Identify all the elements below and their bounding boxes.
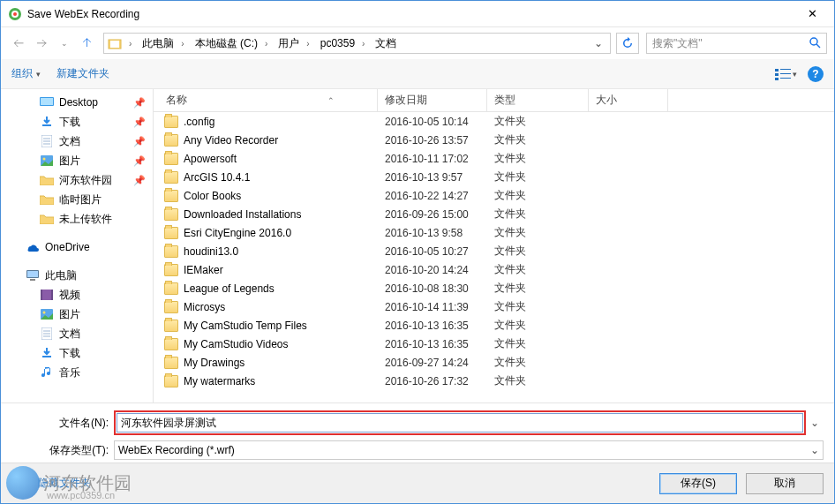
filename-input[interactable]	[117, 413, 803, 433]
folder-icon	[164, 357, 178, 369]
sidebar-item[interactable]: 文档📌	[1, 132, 153, 151]
file-row[interactable]: My Drawings2016-09-27 14:24文件夹	[154, 353, 834, 372]
desktop-icon	[40, 95, 54, 109]
hide-folders-link[interactable]: 隐藏文件夹	[38, 476, 91, 491]
file-list: 名称⌃ 修改日期 类型 大小 .config2016-10-05 10:14文件…	[154, 89, 834, 402]
nav-recent-button[interactable]: ⌄	[54, 33, 75, 54]
file-row[interactable]: Microsys2016-10-14 11:39文件夹	[154, 297, 834, 316]
sidebar-item[interactable]: 河东软件园📌	[1, 170, 153, 190]
column-header-name[interactable]: 名称⌃	[154, 89, 378, 111]
file-row[interactable]: Apowersoft2016-10-11 17:02文件夹	[154, 149, 834, 168]
file-row[interactable]: League of Legends2016-10-08 18:30文件夹	[154, 279, 834, 297]
pin-icon: 📌	[133, 155, 146, 167]
file-row[interactable]: Esri CityEngine 2016.02016-10-13 9:58文件夹	[154, 223, 834, 242]
sidebar-item[interactable]: 视频	[1, 285, 153, 305]
filetype-select[interactable]: WebEx Recording (*.wrf)	[114, 440, 824, 460]
breadcrumb-item[interactable]: 此电脑›	[137, 34, 189, 53]
refresh-button[interactable]	[616, 33, 639, 54]
titlebar: Save WebEx Recording ✕	[1, 1, 834, 27]
file-row[interactable]: Any Video Recorder2016-10-26 13:57文件夹	[154, 131, 834, 149]
dl-icon	[40, 115, 54, 129]
search-placeholder: 搜索"文档"	[652, 36, 703, 51]
file-row[interactable]: ArcGIS 10.4.12016-10-13 9:57文件夹	[154, 168, 834, 186]
file-row[interactable]: .config2016-10-05 10:14文件夹	[154, 112, 834, 131]
breadcrumb-item[interactable]: 用户›	[273, 34, 314, 53]
pin-icon: 📌	[133, 175, 146, 186]
sidebar-item[interactable]: Desktop📌	[1, 93, 153, 112]
organize-button[interactable]: 组织	[11, 66, 41, 81]
svg-rect-25	[41, 290, 42, 300]
svg-rect-24	[41, 290, 53, 300]
sidebar-item[interactable]: 图片📌	[1, 151, 153, 170]
column-header-type[interactable]: 类型	[487, 89, 589, 111]
sidebar-item[interactable]: 文档	[1, 324, 153, 343]
file-row[interactable]: Downloaded Installations2016-09-26 15:00…	[154, 205, 834, 223]
folder-icon	[40, 212, 54, 226]
toolbar: 组织 新建文件夹 ▾ ?	[1, 59, 834, 89]
view-list-icon	[775, 68, 791, 80]
sidebar-item[interactable]: 临时图片	[1, 190, 153, 209]
view-mode-button[interactable]: ▾	[775, 68, 797, 80]
footer: 隐藏文件夹 保存(S) 取消	[1, 463, 834, 503]
file-row[interactable]: My CamStudio Videos2016-10-13 16:35文件夹	[154, 335, 834, 353]
folder-icon	[164, 134, 178, 147]
sidebar-item-thispc[interactable]: 此电脑	[1, 266, 153, 285]
folder-icon	[164, 116, 178, 128]
pc-icon	[26, 268, 40, 282]
folder-icon	[164, 338, 178, 350]
close-button[interactable]: ✕	[793, 2, 832, 26]
svg-point-2	[13, 12, 17, 16]
sidebar-item[interactable]: 音乐	[1, 363, 153, 382]
file-row[interactable]: Color Books2016-10-22 14:27文件夹	[154, 186, 834, 205]
folder-icon	[108, 36, 122, 50]
svg-point-5	[810, 38, 817, 45]
sidebar-item[interactable]: 图片	[1, 305, 153, 324]
address-bar[interactable]: › 此电脑› 本地磁盘 (C:)› 用户› pc0359› 文档 ⌄	[103, 33, 611, 54]
breadcrumb-item[interactable]: pc0359›	[315, 34, 371, 53]
sidebar-item[interactable]: 下载	[1, 343, 153, 363]
svg-rect-4	[110, 41, 119, 48]
sidebar: Desktop📌下载📌文档📌图片📌河东软件园📌临时图片未上传软件 OneDriv…	[1, 89, 154, 402]
column-header-row: 名称⌃ 修改日期 类型 大小	[154, 89, 834, 112]
window-title: Save WebEx Recording	[27, 8, 793, 20]
file-row[interactable]: IEMaker2016-10-20 14:24文件夹	[154, 260, 834, 279]
svg-rect-14	[41, 98, 53, 105]
new-folder-button[interactable]: 新建文件夹	[56, 66, 109, 81]
folder-icon	[164, 190, 178, 202]
help-button[interactable]: ?	[808, 66, 824, 82]
pic-icon	[40, 154, 54, 168]
column-header-date[interactable]: 修改日期	[378, 89, 487, 111]
sidebar-item[interactable]: 未上传软件	[1, 209, 153, 229]
pin-icon: 📌	[133, 117, 146, 128]
column-header-size[interactable]: 大小	[589, 89, 668, 111]
svg-rect-9	[775, 73, 779, 76]
file-row[interactable]: My watermarks2016-10-26 17:32文件夹	[154, 372, 834, 390]
file-row[interactable]: houdini13.02016-10-05 10:27文件夹	[154, 242, 834, 260]
nav-back-button[interactable]: 🡠	[8, 33, 29, 54]
breadcrumb-item[interactable]: 文档	[370, 34, 402, 53]
save-button[interactable]: 保存(S)	[659, 473, 737, 494]
svg-rect-8	[780, 69, 791, 70]
svg-rect-10	[780, 73, 791, 74]
file-row[interactable]: My CamStudio Temp Files2016-10-13 16:35文…	[154, 316, 834, 335]
breadcrumb-item[interactable]: 本地磁盘 (C:)›	[190, 34, 274, 53]
nav-up-button[interactable]: 🡡	[77, 33, 98, 54]
main-area: Desktop📌下载📌文档📌图片📌河东软件园📌临时图片未上传软件 OneDriv…	[1, 89, 834, 402]
filename-highlight	[114, 410, 806, 435]
search-input[interactable]: 搜索"文档"	[646, 33, 827, 54]
filename-dropdown-icon[interactable]: ⌄	[806, 417, 824, 429]
nav-row: 🡠 🡢 ⌄ 🡡 › 此电脑› 本地磁盘 (C:)› 用户› pc0359› 文档…	[1, 27, 834, 59]
video-icon	[40, 288, 54, 302]
music-icon	[40, 365, 54, 380]
pin-icon: 📌	[133, 97, 146, 109]
sidebar-item[interactable]: 下载📌	[1, 112, 153, 132]
filetype-label: 保存类型(T):	[11, 443, 114, 458]
file-rows-container: .config2016-10-05 10:14文件夹Any Video Reco…	[154, 112, 834, 402]
breadcrumb-root[interactable]: ›	[124, 34, 137, 53]
path-dropdown-icon[interactable]: ⌄	[589, 37, 608, 49]
cancel-button[interactable]: 取消	[746, 473, 824, 494]
folder-icon	[164, 171, 178, 184]
sidebar-item-onedrive[interactable]: OneDrive	[1, 237, 153, 257]
pic-icon	[40, 307, 54, 321]
folder-icon	[164, 320, 178, 332]
